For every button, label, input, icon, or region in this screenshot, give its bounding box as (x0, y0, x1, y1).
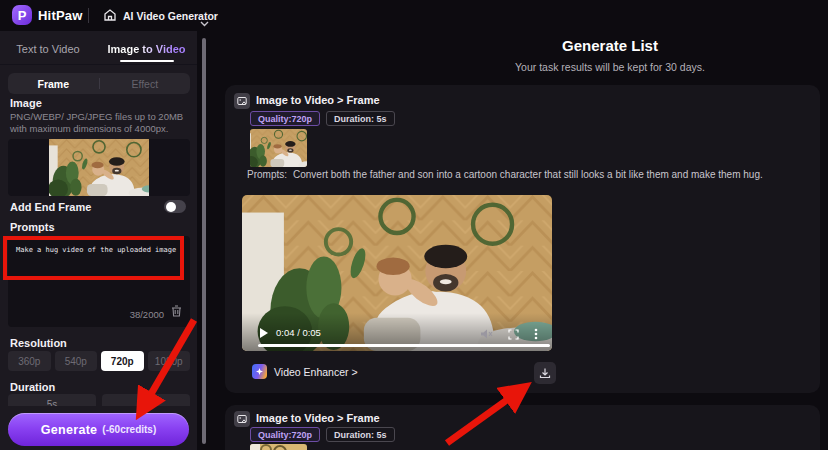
topbar-divider (88, 8, 89, 23)
generate-button[interactable]: Generate (-60credits) (8, 413, 189, 446)
mode-frame-label: Frame (37, 78, 69, 90)
top-bar: P HitPaw AI Video Generator (0, 0, 828, 31)
generate-credits-label: (-60credits) (102, 424, 156, 435)
sidebar: Text to Video Image to Video Frame Effec… (0, 31, 197, 450)
resolution-1080p[interactable]: 1080p (148, 351, 191, 371)
tab-text-to-video[interactable]: Text to Video (0, 38, 96, 60)
image-video-card-icon (234, 93, 250, 109)
enhancer-icon (252, 364, 267, 379)
hitpaw-logo[interactable]: P (12, 5, 32, 25)
add-end-frame-label: Add End Frame (10, 201, 91, 213)
badge-row: Quality:720p Duration: 5s (250, 111, 395, 126)
player-time: 0:04 / 0:05 (276, 327, 321, 338)
fullscreen-icon[interactable] (508, 326, 519, 344)
video-progress-bar[interactable] (258, 344, 550, 347)
task-prompt-label: Prompts: (247, 169, 287, 180)
task-type-title: Image to Video > Frame (256, 94, 380, 106)
task-card: Image to Video > Frame Quality:720p Dura… (225, 85, 820, 393)
image-video-card-icon (234, 411, 250, 427)
tabs-divider (0, 64, 197, 65)
duration-badge: Duration: 5s (326, 111, 395, 126)
video-enhancer-label: Video Enhancer > (274, 366, 358, 378)
video-player[interactable]: 0:04 / 0:05 (242, 195, 552, 351)
tab-image-to-video-label: Image to Video (107, 43, 185, 55)
mute-icon[interactable] (480, 326, 493, 344)
source-image-thumbnail[interactable] (250, 129, 307, 167)
uploaded-image-thumbnail (49, 139, 149, 196)
task-prompt: Prompts:Convert both the father and son … (247, 169, 807, 180)
mode-frame[interactable]: Frame (8, 73, 99, 94)
play-icon[interactable] (260, 328, 268, 338)
hitpaw-ai-video-generator-app: P HitPaw AI Video Generator Text to Vide… (0, 0, 828, 450)
quality-badge: Quality:720p (250, 427, 320, 442)
mode-effect[interactable]: Effect (100, 73, 191, 94)
resolution-label: Resolution (10, 337, 67, 349)
chevron-down-icon[interactable] (200, 13, 209, 31)
trash-icon[interactable] (171, 303, 182, 321)
resolution-360p[interactable]: 360p (8, 351, 51, 371)
duration-label: Duration (10, 381, 55, 393)
resolution-720p[interactable]: 720p (101, 351, 144, 371)
source-image-thumbnail[interactable] (250, 444, 307, 450)
more-options-icon[interactable] (534, 326, 538, 344)
toggle-knob (166, 202, 176, 212)
task-prompt-text: Convert both the father and son into a c… (293, 169, 763, 180)
duration-badge: Duration: 5s (326, 427, 395, 442)
generate-footer: Generate (-60credits) (0, 406, 197, 450)
image-upload-hint: PNG/WEBP/ JPG/JPEG files up to 20MB with… (10, 111, 190, 135)
badge-row: Quality:720p Duration: 5s (250, 427, 395, 442)
tab-text-to-video-label: Text to Video (16, 43, 79, 55)
home-icon[interactable] (103, 8, 117, 26)
active-tab-underline (120, 60, 174, 62)
brand-name: HitPaw (38, 8, 83, 23)
generate-list-title: Generate List (500, 37, 720, 54)
download-button[interactable] (534, 362, 556, 384)
uploaded-image-preview[interactable] (8, 139, 190, 196)
task-card: Image to Video > Frame Quality:720p Dura… (225, 405, 820, 450)
resolution-options: 360p 540p 720p 1080p (8, 351, 190, 371)
video-enhancer-link[interactable]: Video Enhancer > (252, 364, 358, 379)
quality-badge: Quality:720p (250, 111, 320, 126)
character-counter: 38/2000 (130, 309, 164, 320)
sidebar-scrollbar[interactable] (202, 38, 206, 444)
prompt-textarea[interactable]: Make a hug video of the uploaded image 3… (8, 236, 190, 327)
task-type-title: Image to Video > Frame (256, 412, 380, 424)
add-end-frame-toggle[interactable] (164, 200, 186, 213)
generate-button-label: Generate (41, 423, 98, 437)
prompt-text-value: Make a hug video of the uploaded image (16, 246, 182, 254)
tab-image-to-video[interactable]: Image to Video (96, 38, 197, 60)
generate-list-subtitle: Your task results will be kept for 30 da… (460, 61, 760, 73)
image-section-label: Image (10, 97, 42, 109)
mode-effect-label: Effect (131, 78, 158, 90)
prompts-label: Prompts (10, 221, 55, 233)
mode-segmented-control: Frame Effect (8, 73, 190, 94)
resolution-540p[interactable]: 540p (55, 351, 98, 371)
